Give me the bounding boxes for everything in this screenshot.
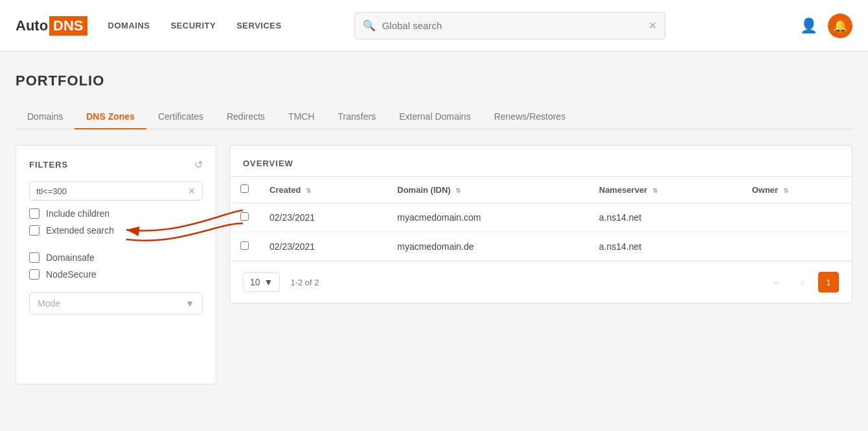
sort-owner-icon: ⇅ [783, 187, 788, 194]
col-domain-label: Domain (IDN) [397, 185, 450, 195]
per-page-arrow-icon: ▼ [264, 277, 273, 287]
domainsafe-checkbox[interactable] [29, 252, 40, 263]
sort-nameserver-icon: ⇅ [652, 187, 657, 194]
overview-panel: OVERVIEW Created ⇅ Domain (IDN) ⇅ [229, 145, 852, 304]
sort-created-icon: ⇅ [306, 187, 311, 194]
tab-domains[interactable]: Domains [16, 105, 74, 129]
col-owner-label: Owner [752, 185, 778, 195]
prev-page-button[interactable]: ‹ [792, 272, 813, 293]
col-created[interactable]: Created ⇅ [259, 177, 387, 203]
page-nav: « ‹ 1 [766, 272, 839, 293]
first-page-button[interactable]: « [766, 272, 787, 293]
col-domain[interactable]: Domain (IDN) ⇅ [387, 177, 588, 203]
filter-tag-text: ttl<=300 [36, 186, 183, 196]
notifications-button[interactable]: 🔔 [828, 14, 852, 38]
mode-placeholder: Mode [38, 298, 60, 309]
row1-nameserver: a.ns14.net [589, 203, 742, 232]
checkbox-include-children[interactable]: Include children [29, 208, 203, 219]
page-info: 1-2 of 2 [290, 278, 319, 287]
row1-owner [742, 203, 852, 232]
per-page-select[interactable]: 10 ▼ [243, 272, 280, 292]
filters-title: FILTERS [29, 160, 68, 170]
tab-redirects[interactable]: Redirects [215, 105, 277, 129]
tab-renews-restores[interactable]: Renews/Restores [483, 105, 578, 129]
tab-tmch[interactable]: TMCH [277, 105, 326, 129]
header: Auto DNS DOMAINS SECURITY SERVICES 🔍 ✕ 👤… [0, 0, 868, 52]
header-actions: 👤 🔔 [800, 14, 852, 38]
include-children-label: Include children [46, 208, 109, 219]
checkbox-nodesecure[interactable]: NodeSecure [29, 269, 203, 280]
mode-dropdown[interactable]: Mode ▼ [29, 293, 203, 315]
col-nameserver-label: Nameserver [599, 185, 647, 195]
checkbox-extended-search[interactable]: Extended search [29, 225, 203, 236]
page-title: PORTFOLIO [16, 72, 852, 89]
filters-panel: FILTERS ↺ ttl<=300 ✕ Include children Ex… [16, 145, 216, 384]
tab-certificates[interactable]: Certificates [146, 105, 215, 129]
row2-checkbox[interactable] [240, 241, 249, 250]
row2-domain: myacmedomain.de [387, 232, 588, 261]
mode-dropdown-arrow: ▼ [185, 298, 194, 309]
filters-reset-button[interactable]: ↺ [194, 159, 203, 171]
domainsafe-label: Domainsafe [46, 252, 95, 263]
user-icon[interactable]: 👤 [800, 17, 817, 34]
tab-transfers[interactable]: Transfers [326, 105, 388, 129]
logo-dns: DNS [49, 16, 87, 36]
row1-domain: myacmedomain.com [387, 203, 588, 232]
nav-domains[interactable]: DOMAINS [108, 21, 150, 30]
extended-search-checkbox[interactable] [29, 225, 40, 236]
global-search[interactable]: 🔍 ✕ [354, 12, 665, 39]
table-body: 02/23/2021 myacmedomain.com a.ns14.net 0… [230, 203, 852, 261]
bell-icon: 🔔 [833, 19, 847, 33]
extended-search-label: Extended search [46, 225, 114, 236]
include-children-checkbox[interactable] [29, 208, 40, 219]
nav-services[interactable]: SERVICES [236, 21, 282, 30]
main-nav: DOMAINS SECURITY SERVICES [108, 21, 282, 30]
row2-nameserver: a.ns14.net [589, 232, 742, 261]
row2-created: 02/23/2021 [259, 232, 387, 261]
search-clear-icon[interactable]: ✕ [648, 19, 657, 32]
per-page-value: 10 [250, 277, 260, 287]
tab-dns-zones[interactable]: DNS Zones [74, 105, 146, 129]
nav-security[interactable]: SECURITY [170, 21, 216, 30]
checkbox-domainsafe[interactable]: Domainsafe [29, 252, 203, 263]
content-row: FILTERS ↺ ttl<=300 ✕ Include children Ex… [16, 145, 852, 384]
nodesecure-checkbox[interactable] [29, 269, 40, 280]
row1-checkbox[interactable] [240, 212, 249, 221]
col-created-label: Created [269, 185, 301, 195]
sort-domain-icon: ⇅ [455, 187, 461, 194]
logo[interactable]: Auto DNS [16, 16, 87, 36]
logo-auto: Auto [16, 17, 48, 34]
table-row: 02/23/2021 myacmedomain.com a.ns14.net [230, 203, 852, 232]
select-all-col [230, 177, 259, 203]
page-1-button[interactable]: 1 [818, 272, 839, 293]
search-input[interactable] [382, 20, 642, 31]
data-table: Created ⇅ Domain (IDN) ⇅ Nameserver ⇅ [230, 177, 852, 261]
overview-header: OVERVIEW [230, 146, 852, 177]
main-content: PORTFOLIO Domains DNS Zones Certificates… [0, 52, 868, 405]
tabs: Domains DNS Zones Certificates Redirects… [16, 105, 852, 129]
row1-created: 02/23/2021 [259, 203, 387, 232]
filters-header: FILTERS ↺ [29, 159, 203, 171]
filter-tag-close-button[interactable]: ✕ [188, 186, 196, 196]
search-icon: 🔍 [363, 19, 376, 32]
tab-external-domains[interactable]: External Domains [387, 105, 483, 129]
select-all-checkbox[interactable] [240, 184, 249, 193]
table-head: Created ⇅ Domain (IDN) ⇅ Nameserver ⇅ [230, 177, 852, 203]
nodesecure-label: NodeSecure [46, 269, 97, 280]
row2-owner [742, 232, 852, 261]
table-row: 02/23/2021 myacmedomain.de a.ns14.net [230, 232, 852, 261]
filter-tag-ttl: ttl<=300 ✕ [29, 181, 203, 201]
col-nameserver[interactable]: Nameserver ⇅ [589, 177, 742, 203]
row1-checkbox-col [230, 203, 259, 232]
pagination: 10 ▼ 1-2 of 2 « ‹ 1 [230, 261, 852, 303]
row2-checkbox-col [230, 232, 259, 261]
col-owner[interactable]: Owner ⇅ [742, 177, 852, 203]
